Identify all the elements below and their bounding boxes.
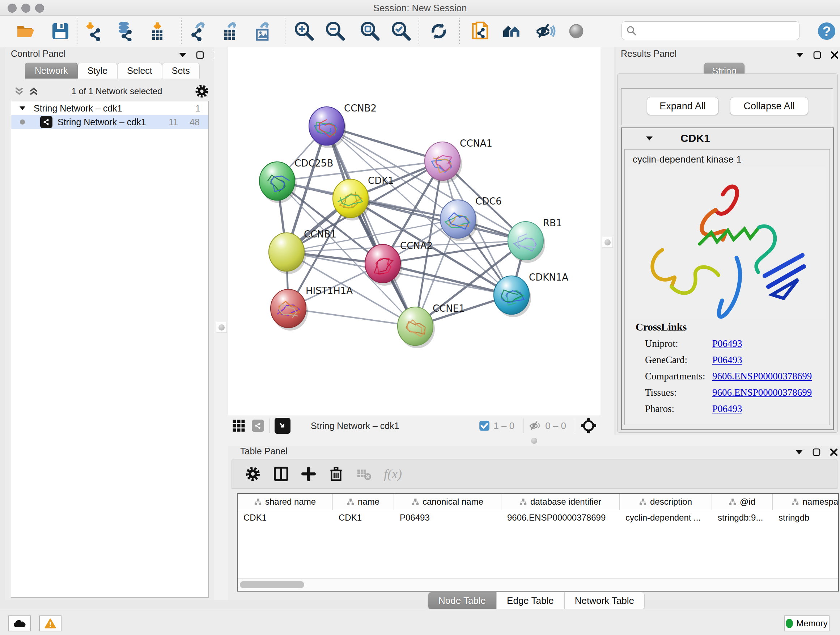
open-session-button[interactable] (15, 21, 36, 42)
selected-node-edge-counts: 1 – 0 (493, 420, 515, 432)
show-all-networks-button[interactable] (501, 21, 522, 42)
help-button[interactable]: ? (816, 21, 837, 42)
export-network-button[interactable] (189, 21, 210, 42)
network-edge-count: 48 (189, 117, 200, 127)
zoom-out-button[interactable] (325, 21, 346, 42)
tab-edge-table[interactable]: Edge Table (496, 592, 564, 610)
hide-selected-button[interactable] (535, 21, 556, 42)
network-collection-row[interactable]: String Network – cdk1 1 (11, 101, 208, 115)
results-panel-title: Results Panel (621, 49, 676, 59)
gear-icon[interactable] (195, 84, 209, 98)
pan-crosshair-icon[interactable] (580, 417, 597, 434)
crosslink-link[interactable]: P06493 (712, 355, 742, 366)
node-label: HIST1H1A (306, 285, 353, 296)
collapse-all-icon[interactable] (14, 86, 25, 97)
zoom-fit-button[interactable] (360, 21, 381, 42)
crosslink-link[interactable]: 9606.ENSP00000378699 (712, 371, 812, 382)
grid-view-icon[interactable] (232, 419, 245, 432)
network-node-cdk1: CDK1 (333, 175, 394, 220)
right-splitter[interactable] (600, 47, 614, 435)
column-type-icon (347, 498, 354, 505)
search-input[interactable] (640, 25, 799, 36)
column-header-sharedname[interactable]: shared name (238, 494, 333, 510)
birds-eye-view-icon[interactable] (275, 418, 291, 434)
network-label: String Network – cdk1 (57, 117, 169, 127)
network-node-ccne1: CCNE1 (398, 303, 465, 348)
right-splitter-handle[interactable] (602, 237, 613, 248)
zoom-selected-button[interactable] (391, 21, 412, 42)
delete-column-icon[interactable] (328, 466, 344, 482)
table-horizontal-scrollbar[interactable] (238, 578, 838, 591)
import-network-button[interactable] (84, 21, 105, 42)
import-network-from-database-button[interactable] (115, 21, 136, 42)
column-header-description[interactable]: description (620, 494, 712, 510)
show-columns-icon[interactable] (273, 466, 289, 482)
network-row-selected[interactable]: String Network – cdk1 11 48 (11, 115, 208, 129)
network-svg: CCNB2CCNA1CDC25BCDK1CDC6RB1CCNB1CCNA2CDK… (228, 47, 600, 416)
expand-all-button[interactable]: Expand All (647, 97, 718, 115)
open-folder-icon (16, 21, 35, 41)
close-panel-icon[interactable] (831, 51, 838, 59)
toolbar-separator (181, 19, 182, 44)
column-header-id[interactable]: @id (712, 494, 773, 510)
hidden-eye-slash-icon (529, 419, 542, 432)
table-row[interactable]: CDK1CDK1P064939606.ENSP00000378699cyclin… (238, 510, 838, 526)
expand-all-icon[interactable] (28, 86, 39, 97)
warnings-button[interactable] (39, 616, 62, 631)
memory-button[interactable]: Memory (784, 616, 829, 631)
horizontal-splitter-handle[interactable] (531, 438, 537, 444)
tab-network[interactable]: Network (25, 63, 78, 79)
table-settings-gear-icon[interactable] (245, 466, 261, 482)
cloud-status-button[interactable] (8, 616, 31, 631)
selected-checkbox-icon[interactable] (479, 420, 490, 431)
panel-menu-icon[interactable] (796, 52, 804, 57)
export-table-icon (220, 21, 240, 41)
crosslink-link[interactable]: P06493 (712, 338, 742, 349)
tab-node-table[interactable]: Node Table (428, 592, 496, 610)
title-bar: Session: New Session (0, 0, 840, 16)
memory-label: Memory (796, 618, 828, 629)
float-panel-icon[interactable] (813, 51, 821, 59)
node-label: CCNA1 (460, 138, 493, 149)
crosslink-link[interactable]: 9606.ENSP00000378699 (712, 387, 812, 398)
column-type-icon (519, 498, 527, 505)
memory-status-dot (786, 619, 793, 628)
column-header-canonicalname[interactable]: canonical name (394, 494, 501, 510)
network-canvas[interactable]: CCNB2CCNA1CDC25BCDK1CDC6RB1CCNB1CCNA2CDK… (228, 47, 600, 416)
tab-style[interactable]: Style (78, 63, 118, 79)
horizontal-splitter[interactable] (228, 435, 840, 446)
network-view-icon[interactable] (252, 420, 264, 432)
tab-network-table[interactable]: Network Table (564, 592, 645, 610)
node-table[interactable]: shared namenamecanonical namedatabase id… (237, 493, 839, 592)
close-panel-icon[interactable] (830, 448, 838, 456)
column-header-databaseidentifier[interactable]: database identifier (501, 494, 620, 510)
tab-sets[interactable]: Sets (162, 63, 200, 79)
control-panel-tabs: NetworkStyleSelectSets (25, 63, 200, 79)
houses-icon (501, 21, 522, 42)
export-image-button[interactable] (252, 21, 273, 42)
gene-expander-icon[interactable] (646, 136, 653, 141)
left-splitter-handle[interactable] (216, 322, 227, 333)
show-hidden-button[interactable] (566, 21, 587, 42)
import-table-button[interactable] (147, 21, 168, 42)
export-table-button[interactable] (219, 21, 240, 42)
gene-section-header[interactable]: CDK1 (622, 128, 833, 149)
float-panel-icon[interactable] (196, 51, 204, 59)
zoom-in-button[interactable] (294, 21, 315, 42)
collection-label: String Network – cdk1 (34, 103, 195, 114)
save-session-button[interactable] (50, 21, 71, 42)
apply-layout-button[interactable] (428, 21, 449, 42)
float-panel-icon[interactable] (813, 448, 821, 456)
panel-menu-icon[interactable] (179, 52, 187, 57)
tab-select[interactable]: Select (117, 63, 162, 79)
collection-expander-icon[interactable] (19, 106, 26, 111)
network-from-document-button[interactable] (470, 21, 491, 42)
scrollbar-thumb[interactable] (240, 581, 304, 588)
left-splitter[interactable] (214, 47, 228, 600)
collapse-all-button[interactable]: Collapse All (730, 97, 808, 115)
crosslink-link[interactable]: P06493 (712, 403, 742, 415)
panel-menu-icon[interactable] (795, 450, 803, 455)
add-column-icon[interactable] (302, 467, 316, 481)
column-header-name[interactable]: name (333, 494, 394, 510)
column-header-namespace[interactable]: namespace (773, 494, 839, 510)
